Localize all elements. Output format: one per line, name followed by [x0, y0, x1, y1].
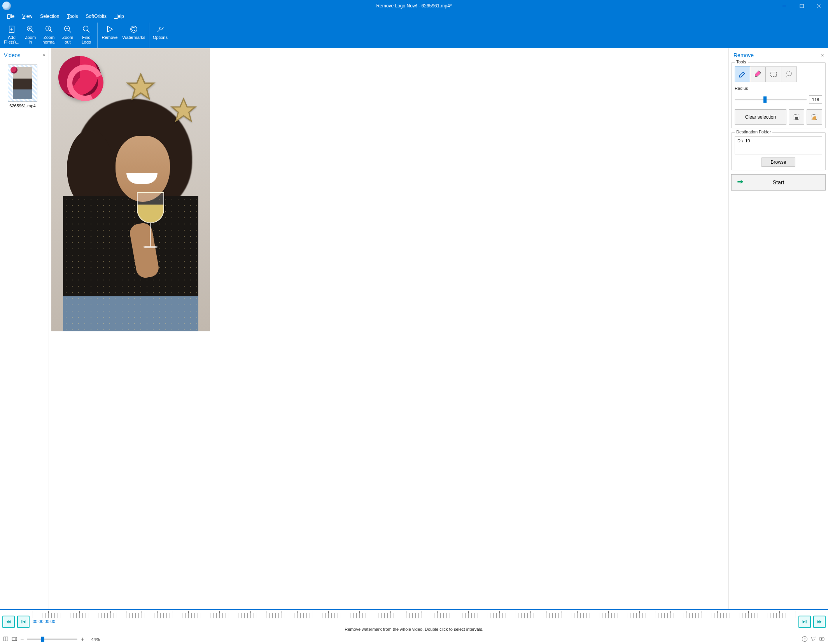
remove-button[interactable]: Remove — [99, 23, 120, 48]
radius-slider[interactable] — [735, 99, 807, 100]
status-bar: − + 44% — [0, 634, 828, 644]
minimize-button[interactable] — [775, 0, 793, 12]
start-button[interactable]: Start — [731, 174, 826, 191]
fit-height-icon[interactable] — [3, 636, 9, 642]
zoom-in-icon — [25, 24, 35, 34]
menu-softorbits[interactable]: SoftOrbits — [82, 13, 110, 20]
videos-panel-title: Videos — [4, 52, 21, 58]
rewind-full-button[interactable] — [2, 616, 15, 628]
videos-panel: Videos × 6265961.mp4 — [0, 48, 49, 609]
search-icon — [81, 24, 91, 34]
svg-point-5 — [83, 26, 88, 31]
clear-selection-button[interactable]: Clear selection — [735, 109, 786, 125]
zoom-normal-button[interactable]: Zoom normal — [40, 23, 58, 48]
svg-rect-9 — [795, 117, 798, 120]
options-button[interactable]: Options — [151, 23, 170, 48]
facebook-icon[interactable] — [802, 636, 808, 643]
zoom-out-minus[interactable]: − — [20, 636, 24, 642]
radius-value[interactable]: 118 — [809, 95, 822, 104]
svg-rect-15 — [13, 638, 16, 640]
close-icon[interactable]: × — [821, 52, 824, 58]
marker-tool[interactable] — [735, 66, 750, 82]
video-thumbnail[interactable]: 6265961.mp4 — [4, 65, 41, 108]
youtube-icon[interactable] — [819, 636, 825, 643]
add-file-icon — [7, 24, 17, 34]
wrench-icon — [155, 24, 165, 34]
fit-screen-icon[interactable] — [12, 636, 17, 642]
zoom-in-plus[interactable]: + — [81, 636, 84, 642]
zoom-slider[interactable] — [27, 639, 77, 640]
forward-full-button[interactable] — [813, 616, 826, 628]
app-icon — [2, 2, 11, 10]
destination-legend: Destination Folder — [735, 130, 772, 134]
close-button[interactable] — [810, 0, 828, 12]
add-files-button[interactable]: Add File(s)... — [2, 23, 21, 48]
step-forward-button[interactable] — [798, 616, 811, 628]
svg-rect-12 — [806, 620, 807, 623]
star-decoration — [125, 72, 156, 103]
video-preview[interactable] — [51, 48, 210, 331]
tools-group: Tools Radius 118 Clear selection — [731, 62, 826, 128]
menu-bar: File View Selection Tools SoftOrbits Hel… — [0, 12, 828, 21]
radius-label: Radius — [735, 86, 822, 91]
close-icon[interactable]: × — [42, 52, 46, 58]
twitter-icon[interactable] — [810, 636, 816, 643]
zoom-percent: 44% — [91, 637, 100, 642]
arrow-right-icon — [736, 178, 744, 187]
svg-rect-11 — [21, 620, 22, 623]
svg-rect-0 — [800, 4, 803, 8]
play-icon — [105, 24, 115, 34]
zoom-out-button[interactable]: Zoom out — [58, 23, 77, 48]
remove-panel-title: Remove — [733, 52, 754, 58]
star-decoration — [170, 96, 198, 124]
thumbnail-image — [8, 65, 37, 102]
remove-panel: Remove × Tools Radius 118 Clear selectio… — [728, 48, 828, 609]
timeline-track[interactable]: 00:00:00 00 Remove watermark from the wh… — [33, 611, 795, 632]
zoom-in-button[interactable]: Zoom in — [21, 23, 40, 48]
lasso-tool[interactable] — [781, 66, 797, 82]
load-selection-button[interactable] — [807, 109, 822, 125]
destination-group: Destination Folder D:\_10 Browse — [731, 132, 826, 170]
thumbnail-label: 6265961.mp4 — [4, 103, 41, 108]
browse-button[interactable]: Browse — [761, 158, 795, 167]
step-back-button[interactable] — [17, 616, 30, 628]
svg-rect-7 — [770, 72, 776, 77]
menu-tools[interactable]: Tools — [63, 13, 82, 20]
menu-help[interactable]: Help — [110, 13, 128, 20]
menu-selection[interactable]: Selection — [36, 13, 63, 20]
canvas-area[interactable] — [49, 48, 728, 609]
save-selection-button[interactable] — [789, 109, 804, 125]
eraser-tool[interactable] — [750, 66, 766, 82]
copyright-icon — [129, 24, 139, 34]
window-title: Remove Logo Now! - 6265961.mp4* — [376, 3, 452, 9]
destination-folder-field[interactable]: D:\_10 — [735, 136, 822, 154]
title-bar: Remove Logo Now! - 6265961.mp4* — [0, 0, 828, 12]
toolbar: Add File(s)... Zoom in Zoom normal Zoom … — [0, 21, 828, 48]
watermark-logo — [58, 56, 101, 99]
menu-file[interactable]: File — [3, 13, 18, 20]
menu-view[interactable]: View — [18, 13, 36, 20]
watermarks-button[interactable]: Watermarks — [120, 23, 147, 48]
timeline: 00:00:00 00 Remove watermark from the wh… — [0, 609, 828, 634]
timeline-hint: Remove watermark from the whole video. D… — [33, 627, 795, 632]
find-logo-button[interactable]: Find Logo — [77, 23, 96, 48]
maximize-button[interactable] — [793, 0, 810, 12]
tools-legend: Tools — [735, 60, 748, 64]
timeline-time: 00:00:00 00 — [33, 619, 55, 624]
zoom-normal-icon — [44, 24, 54, 34]
zoom-out-icon — [63, 24, 73, 34]
rectangle-select-tool[interactable] — [766, 66, 781, 82]
